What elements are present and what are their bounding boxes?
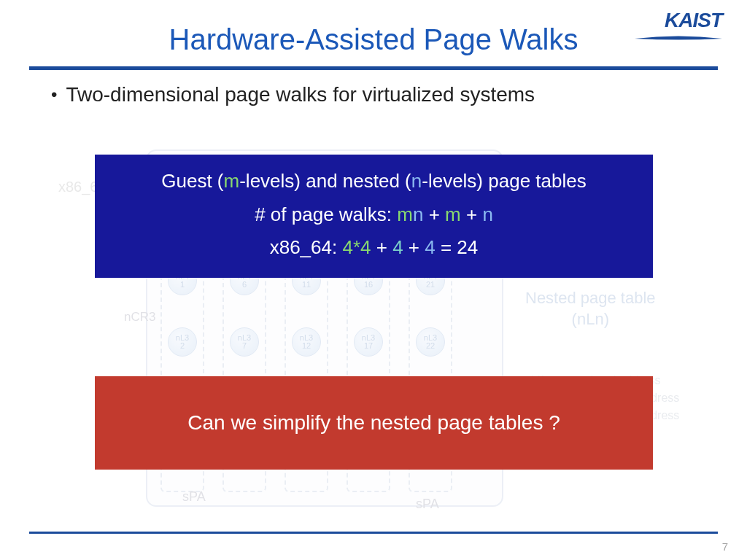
question-text: Can we simplify the nested page tables ?	[187, 411, 560, 435]
walk-node: nL32	[168, 327, 197, 357]
page-number: 7	[722, 540, 728, 553]
nested-label-line2: (nLn)	[572, 310, 609, 328]
node-column: nL421 nL322	[416, 266, 445, 357]
walk-node: nL317	[354, 327, 383, 357]
logo-swoosh-icon	[635, 35, 722, 42]
bullet-item: • Two-dimensional page walks for virtual…	[51, 83, 718, 106]
node-column: nL41 nL32	[168, 266, 197, 357]
spa-label: sPA	[182, 489, 206, 505]
bullet-text: Two-dimensional page walks for virtualiz…	[66, 83, 535, 106]
bottom-divider	[29, 532, 718, 534]
nested-pagetable-label: Nested page table (nLn)	[525, 288, 656, 330]
top-divider	[29, 66, 718, 70]
formula-line3: x86_64: 4*4 + 4 + 4 = 24	[109, 231, 638, 265]
logo: KAIST	[635, 9, 722, 45]
question-callout: Can we simplify the nested page tables ?	[95, 376, 653, 470]
logo-text: KAIST	[635, 9, 722, 32]
nested-label-line1: Nested page table	[525, 289, 656, 307]
formula-line1: Guest (m-levels) and nested (n-levels) p…	[109, 165, 638, 198]
ncr3-label: nCR3	[124, 310, 155, 324]
node-column: nL46 nL37	[230, 266, 259, 357]
walk-node: nL312	[292, 327, 321, 357]
spa-label: sPA	[416, 497, 439, 512]
walk-node: nL37	[230, 327, 259, 357]
formula-line2: # of page walks: mn + m + n	[109, 198, 638, 232]
bullet-dot-icon: •	[51, 86, 57, 104]
walk-node: nL322	[416, 327, 445, 357]
node-column: nL411 nL312	[292, 266, 321, 357]
page-title: Hardware-Assisted Page Walks	[29, 23, 718, 56]
node-column: nL416 nL317	[354, 266, 383, 357]
slide: KAIST Hardware-Assisted Page Walks • Two…	[0, 0, 747, 560]
formula-callout: Guest (m-levels) and nested (n-levels) p…	[95, 155, 653, 278]
